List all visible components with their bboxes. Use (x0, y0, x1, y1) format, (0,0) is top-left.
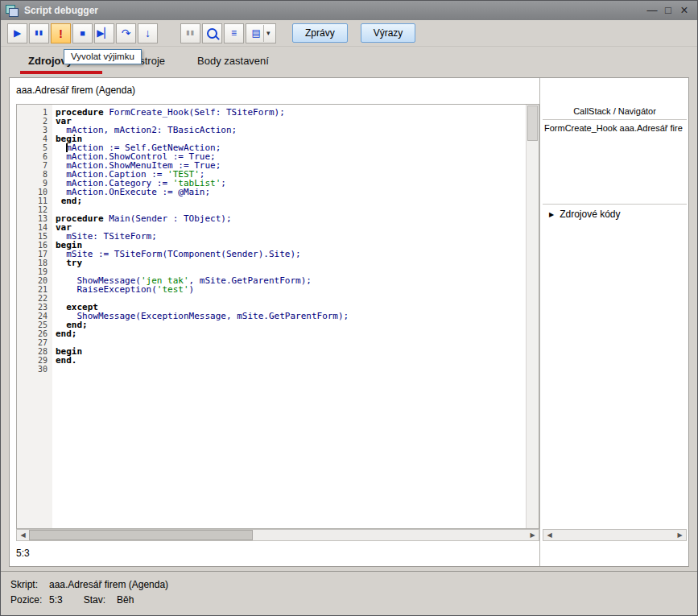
search-button[interactable] (202, 23, 222, 43)
line-number: 9 (17, 179, 52, 188)
titlebar[interactable]: Script debugger — □ × (1, 1, 697, 20)
line-number: 5 (17, 143, 52, 152)
callstack-list[interactable]: FormCreate_Hook aaa.Adresář fire (543, 119, 687, 205)
status-script-row: Skript: aaa.Adresář firem (Agenda) (10, 579, 168, 590)
messages-toggle-button[interactable]: Zprávy (292, 23, 348, 43)
code-line: end; (56, 329, 526, 338)
code-line (56, 365, 526, 374)
raise-exception-button[interactable]: ! (51, 23, 71, 43)
curved-arrow-icon: ↷ (122, 27, 131, 39)
list-icon: ≡ (231, 28, 237, 38)
code-editor[interactable]: 1234567891011121314151617181920212223242… (16, 104, 539, 529)
app-icon (6, 5, 19, 16)
stop-icon: ■ (80, 29, 85, 38)
expressions-toggle-button[interactable]: Výrazy (361, 23, 416, 43)
code-line: procedure FormCreate_Hook(Self: TSiteFor… (56, 108, 526, 117)
hscroll-thumb[interactable] (29, 530, 253, 540)
play-icon: ▶ (14, 28, 21, 38)
line-number: 6 (17, 152, 52, 161)
dropdown-arrow-icon[interactable]: ▾ (263, 25, 271, 42)
tree-node-label: Zdrojové kódy (560, 209, 620, 220)
code-line (56, 294, 526, 303)
editor-vertical-scrollbar[interactable] (526, 105, 539, 528)
magnifier-icon (207, 28, 217, 39)
script-value: aaa.Adresář firem (Agenda) (49, 579, 168, 590)
line-number: 20 (17, 276, 52, 285)
line-number: 24 (17, 312, 52, 320)
caret-position-label: 5:3 (16, 548, 30, 559)
window-icon: ▤ (252, 28, 261, 38)
maximize-button[interactable]: □ (660, 1, 676, 20)
line-number: 17 (17, 250, 52, 258)
navigator-tree[interactable]: ▶Zdrojové kódy (543, 203, 687, 529)
line-number: 29 (17, 356, 52, 365)
line-number: 18 (17, 258, 52, 267)
vscroll-thumb[interactable] (527, 105, 538, 141)
script-debugger-window: Script debugger — □ × ▶▮▮!■▶▏↷↓▮▮≡▤▾ Zpr… (0, 0, 698, 616)
position-value: 5:3 (49, 594, 63, 606)
run-button[interactable]: ▶ (7, 23, 27, 43)
code-line: end; (56, 320, 526, 329)
tree-expander-icon[interactable]: ▶ (549, 211, 554, 218)
line-number: 23 (17, 303, 52, 312)
editor-horizontal-scrollbar[interactable]: ◀ ▶ (16, 529, 539, 541)
close-button[interactable]: × (676, 1, 692, 20)
panel-splitter[interactable] (539, 78, 540, 566)
status-bar: Skript: aaa.Adresář firem (Agenda) Pozic… (1, 571, 697, 615)
line-number: 19 (17, 267, 52, 276)
status-position-row: Pozice: 5:3 Stav: Běh (10, 594, 134, 606)
position-label: Pozice: (10, 594, 49, 606)
run-to-cursor-button[interactable]: ↷ (116, 23, 136, 43)
code-line: mSite := TSiteForm(TComponent(Sender).Si… (56, 250, 526, 258)
line-number: 22 (17, 294, 52, 303)
code-line: end; (56, 196, 526, 205)
pause-secondary-button[interactable]: ▮▮ (180, 23, 200, 43)
callstack-horizontal-scrollbar[interactable]: ◀ ▶ (543, 529, 687, 541)
tab-breakpoints[interactable]: Body zastavení (181, 48, 285, 76)
line-number: 10 (17, 188, 52, 196)
toolbar-toggles: ZprávyVýrazy (278, 23, 415, 43)
step-out-button[interactable]: ↓ (138, 23, 158, 43)
scroll-left-icon[interactable]: ◀ (543, 530, 556, 540)
line-number: 21 (17, 285, 52, 294)
line-number: 14 (17, 223, 52, 232)
tree-node-zdrojové-kódy[interactable]: ▶Zdrojové kódy (543, 203, 687, 220)
code-line: try (56, 258, 526, 267)
line-number: 4 (17, 134, 52, 143)
step-over-icon: ▶▏ (97, 28, 111, 38)
line-number: 8 (17, 170, 52, 179)
exclamation-icon: ! (59, 27, 63, 39)
pause-gray-icon: ▮▮ (186, 30, 195, 36)
line-number: 27 (17, 338, 52, 347)
editor-gutter: 1234567891011121314151617181920212223242… (17, 105, 52, 528)
scroll-right-icon[interactable]: ▶ (527, 530, 539, 540)
code-line: end. (56, 356, 526, 365)
down-arrow-icon: ↓ (145, 27, 151, 39)
callstack-item[interactable]: FormCreate_Hook aaa.Adresář fire (543, 120, 687, 133)
document-title: aaa.Adresář firem (Agenda) (16, 85, 135, 96)
line-number: 1 (17, 108, 52, 117)
line-number: 3 (17, 126, 52, 134)
windows-dropdown-button[interactable]: ▤▾ (246, 23, 276, 43)
stop-button[interactable]: ■ (72, 23, 93, 43)
line-number: 25 (17, 320, 52, 329)
line-number: 28 (17, 347, 52, 356)
line-number: 30 (17, 365, 52, 374)
pause-icon: ▮▮ (35, 30, 43, 36)
scroll-left-icon[interactable]: ◀ (17, 530, 29, 540)
text-caret (66, 143, 68, 152)
code-line: mSite: TSiteForm; (56, 232, 526, 241)
scroll-right-icon[interactable]: ▶ (674, 530, 686, 540)
code-line: begin (56, 347, 526, 356)
pause-button[interactable]: ▮▮ (29, 23, 49, 43)
callstack-panel: CallStack / Navigátor FormCreate_Hook aa… (543, 104, 687, 529)
toolbar-buttons: ▶▮▮!■▶▏↷↓▮▮≡▤▾ (7, 23, 278, 43)
step-over-button[interactable]: ▶▏ (94, 23, 114, 43)
code-area[interactable]: procedure FormCreate_Hook(Self: TSiteFor… (52, 105, 526, 528)
minimize-button[interactable]: — (644, 1, 660, 20)
line-number: 15 (17, 232, 52, 241)
state-value: Běh (117, 594, 134, 606)
line-number: 7 (17, 161, 52, 170)
watch-list-button[interactable]: ≡ (224, 23, 244, 43)
line-number: 16 (17, 241, 52, 250)
